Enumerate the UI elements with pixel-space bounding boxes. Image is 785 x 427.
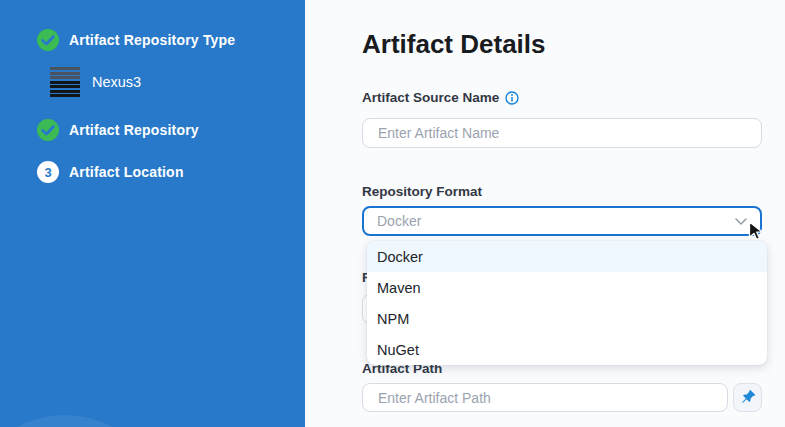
repository-format-select[interactable]: Docker [362, 206, 762, 236]
sidebar-substep-nexus3[interactable]: Nexus3 [50, 67, 305, 97]
page-title: Artifact Details [362, 30, 785, 58]
wizard-steps-sidebar: Artifact Repository Type Nexus3 Artifact… [0, 0, 305, 427]
repository-format-label: Repository Format [362, 184, 762, 200]
step-label: Artifact Repository Type [69, 32, 235, 48]
dropdown-option-docker[interactable]: Docker [367, 241, 767, 272]
info-icon[interactable] [505, 91, 519, 105]
select-value: Docker [377, 213, 421, 229]
substep-label: Nexus3 [92, 74, 141, 90]
step-number-badge: 3 [37, 161, 59, 183]
step-label: Artifact Repository [69, 122, 199, 138]
artifact-path-field: Artifact Path [362, 361, 762, 412]
dropdown-option-nuget[interactable]: NuGet [367, 334, 767, 365]
repository-format-dropdown-menu: Docker Maven NPM NuGet [367, 241, 767, 365]
pushpin-icon [737, 387, 758, 408]
dropdown-option-npm[interactable]: NPM [367, 303, 767, 334]
sidebar-step-artifact-location[interactable]: 3 Artifact Location [37, 161, 305, 183]
step-label: Artifact Location [69, 164, 184, 180]
step-complete-check-icon [37, 29, 59, 51]
artifact-details-panel: Artifact Details Artifact Source Name Re… [305, 0, 785, 427]
pin-button[interactable] [733, 383, 762, 412]
sidebar-step-artifact-repository[interactable]: Artifact Repository [37, 119, 305, 141]
chevron-down-icon [735, 218, 747, 225]
artifact-wizard-window: Artifact Repository Type Nexus3 Artifact… [0, 0, 785, 427]
nexus3-icon [50, 67, 80, 97]
artifact-source-name-label: Artifact Source Name [362, 90, 499, 106]
repository-format-field: Repository Format Docker Docker Maven NP… [362, 184, 762, 236]
artifact-path-input[interactable] [362, 383, 728, 412]
artifact-source-name-input[interactable] [362, 118, 762, 148]
dropdown-option-maven[interactable]: Maven [367, 272, 767, 303]
artifact-source-name-field: Artifact Source Name [362, 90, 762, 148]
sidebar-step-artifact-repository-type[interactable]: Artifact Repository Type [37, 29, 305, 51]
step-complete-check-icon [37, 119, 59, 141]
decorative-circle [0, 415, 165, 427]
